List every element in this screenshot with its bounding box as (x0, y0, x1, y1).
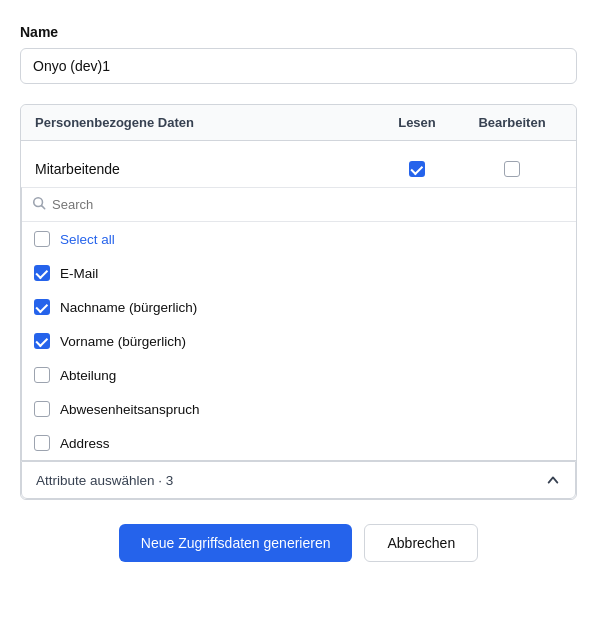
dropdown-list: Select all E-Mail Nachname (bürgerlich) … (22, 222, 577, 460)
abwesenheit-label: Abwesenheitsanspruch (60, 402, 200, 417)
table-header: Personenbezogene Daten Lesen Bearbeiten (21, 105, 576, 141)
email-label: E-Mail (60, 266, 98, 281)
vorname-checkbox[interactable] (34, 333, 50, 349)
mitarbeitende-row: Mitarbeitende (21, 141, 576, 187)
mitarbeitende-label: Mitarbeitende (35, 151, 372, 187)
select-all-item[interactable]: Select all (22, 222, 577, 256)
nachname-label: Nachname (bürgerlich) (60, 300, 197, 315)
chevron-up-icon[interactable] (545, 472, 561, 488)
checkbox-lesen-checked[interactable] (409, 161, 425, 177)
attribute-count-label: Attribute auswählen · 3 (36, 473, 173, 488)
select-all-label: Select all (60, 232, 115, 247)
action-buttons: Neue Zugriffsdaten generieren Abbrechen (20, 524, 577, 562)
abwesenheit-checkbox[interactable] (34, 401, 50, 417)
email-checkbox[interactable] (34, 265, 50, 281)
address-checkbox[interactable] (34, 435, 50, 451)
generate-button[interactable]: Neue Zugriffsdaten generieren (119, 524, 353, 562)
name-field-label: Name (20, 24, 577, 40)
search-input[interactable] (52, 197, 567, 212)
permissions-table: Personenbezogene Daten Lesen Bearbeiten … (20, 104, 577, 500)
address-label: Address (60, 436, 110, 451)
abteilung-label: Abteilung (60, 368, 116, 383)
nachname-checkbox[interactable] (34, 299, 50, 315)
vorname-label: Vorname (bürgerlich) (60, 334, 186, 349)
mitarbeitende-bearbeiten-check[interactable] (462, 151, 562, 177)
search-icon (32, 196, 46, 213)
col-lesen-header: Lesen (372, 115, 462, 130)
list-item[interactable]: E-Mail (22, 256, 577, 290)
attribute-dropdown: Select all E-Mail Nachname (bürgerlich) … (21, 187, 577, 461)
list-item[interactable]: Address (22, 426, 577, 460)
checkbox-bearbeiten-empty[interactable] (504, 161, 520, 177)
select-all-checkbox[interactable] (34, 231, 50, 247)
cancel-button[interactable]: Abbrechen (364, 524, 478, 562)
list-item[interactable]: Vorname (bürgerlich) (22, 324, 577, 358)
list-item[interactable]: Nachname (bürgerlich) (22, 290, 577, 324)
search-bar (22, 188, 577, 222)
attribute-summary-bar[interactable]: Attribute auswählen · 3 (21, 461, 576, 499)
name-input[interactable] (20, 48, 577, 84)
col-bearbeiten-header: Bearbeiten (462, 115, 562, 130)
col-name-header: Personenbezogene Daten (35, 115, 372, 130)
svg-line-1 (42, 206, 45, 209)
list-item[interactable]: Abwesenheitsanspruch (22, 392, 577, 426)
mitarbeitende-lesen-check[interactable] (372, 151, 462, 177)
list-item[interactable]: Abteilung (22, 358, 577, 392)
abteilung-checkbox[interactable] (34, 367, 50, 383)
